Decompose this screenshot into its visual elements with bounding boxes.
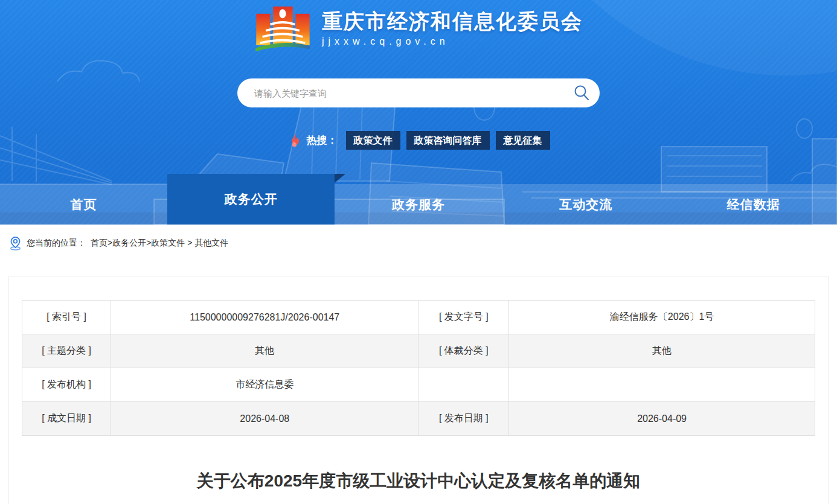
meta-label-publish-date: [ 发布日期 ]: [418, 402, 509, 436]
hot-search-item-policy-qa[interactable]: 政策咨询问答库: [406, 131, 490, 150]
site-logo-icon: [254, 4, 311, 53]
search-input[interactable]: [253, 88, 567, 99]
nav-item-home[interactable]: 首页: [0, 184, 167, 225]
nav-item-interaction[interactable]: 互动交流: [502, 184, 670, 225]
table-row: [ 索引号 ] 11500000009276281J/2026-00147 [ …: [22, 301, 815, 334]
hot-search-label: 热搜：: [307, 133, 338, 147]
meta-value-genre: 其他: [509, 334, 815, 368]
search-button[interactable]: [572, 84, 591, 102]
meta-label-empty: [418, 368, 509, 402]
meta-value-index-no: 11500000009276281J/2026-00147: [111, 301, 418, 334]
search-icon: [572, 84, 591, 102]
meta-value-doc-no: 渝经信服务〔2026〕1号: [509, 301, 815, 334]
meta-label-issuer: [ 发布机构 ]: [22, 368, 111, 402]
location-pin-icon: [9, 236, 22, 250]
hot-search-item-opinion[interactable]: 意见征集: [496, 131, 550, 150]
nav-item-gov-disclosure[interactable]: 政务公开: [167, 174, 335, 225]
meta-value-subject: 其他: [111, 334, 418, 368]
document-title: 关于公布2025年度市级工业设计中心认定及复核名单的通知: [46, 469, 791, 493]
fire-icon: [287, 133, 301, 148]
meta-label-written-date: [ 成文日期 ]: [22, 402, 111, 436]
meta-value-empty: [509, 368, 815, 402]
breadcrumb-label: 您当前的位置：: [27, 238, 86, 249]
document-card: [ 索引号 ] 11500000009276281J/2026-00147 [ …: [8, 276, 829, 504]
meta-value-publish-date: 2026-04-09: [509, 402, 815, 436]
meta-value-issuer: 市经济信息委: [111, 368, 418, 402]
site-title-block: 重庆市经济和信息化委员会 jjxxw.cq.gov.cn: [322, 10, 583, 47]
nav-item-data[interactable]: 经信数据: [670, 184, 837, 225]
meta-label-doc-no: [ 发文字号 ]: [418, 301, 509, 334]
site-banner: 重庆市经济和信息化委员会 jjxxw.cq.gov.cn 热搜： 政策文件 政策…: [0, 0, 837, 225]
meta-value-written-date: 2026-04-08: [111, 402, 418, 436]
site-header[interactable]: 重庆市经济和信息化委员会 jjxxw.cq.gov.cn: [0, 0, 837, 53]
search-pill: [237, 78, 600, 107]
site-url: jjxxw.cq.gov.cn: [322, 36, 583, 47]
table-row: [ 主题分类 ] 其他 [ 体裁分类 ] 其他: [22, 334, 815, 368]
table-row: [ 发布机构 ] 市经济信息委: [22, 368, 815, 402]
nav-item-gov-services[interactable]: 政务服务: [335, 184, 502, 225]
site-title: 重庆市经济和信息化委员会: [322, 10, 583, 33]
meta-label-genre: [ 体裁分类 ]: [418, 334, 509, 368]
breadcrumb: 您当前的位置： 首页>政务公开>政策文件 > 其他文件: [0, 225, 837, 261]
main-nav: 首页 政务公开 政务服务 互动交流 经信数据: [0, 184, 837, 225]
meta-label-subject: [ 主题分类 ]: [22, 334, 111, 368]
document-meta-table: [ 索引号 ] 11500000009276281J/2026-00147 [ …: [22, 300, 815, 436]
search-bar: [237, 78, 600, 107]
meta-label-index-no: [ 索引号 ]: [22, 301, 111, 334]
breadcrumb-path[interactable]: 首页>政务公开>政策文件 > 其他文件: [91, 238, 228, 249]
hot-search-item-policy-files[interactable]: 政策文件: [346, 131, 400, 150]
table-row: [ 成文日期 ] 2026-04-08 [ 发布日期 ] 2026-04-09: [22, 402, 815, 436]
hot-search-row: 热搜： 政策文件 政策咨询问答库 意见征集: [0, 131, 837, 150]
